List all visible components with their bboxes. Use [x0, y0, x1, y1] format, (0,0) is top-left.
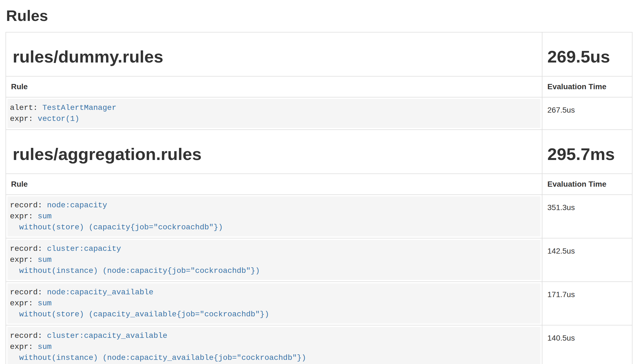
- rule-row: record: node:capacity expr: sum without(…: [6, 195, 632, 238]
- rule-row: record: cluster:capacity_available expr:…: [6, 325, 632, 364]
- rule-cell: record: node:capacity_available expr: su…: [6, 282, 542, 325]
- rule-keyword: expr:: [10, 256, 38, 264]
- group-header-row: rules/dummy.rules269.5us: [6, 32, 632, 76]
- page-title: Rules: [6, 7, 632, 24]
- rule-evaluation-time: 351.3us: [542, 195, 632, 238]
- rule-definition: record: node:capacity_available expr: su…: [7, 283, 540, 324]
- rule-keyword: expr:: [10, 299, 38, 308]
- rule-row: record: cluster:capacity expr: sum witho…: [6, 238, 632, 282]
- rule-definition: record: cluster:capacity_available expr:…: [7, 327, 540, 364]
- rule-keyword: record:: [10, 332, 47, 340]
- rule-cell: record: cluster:capacity_available expr:…: [6, 325, 542, 364]
- rule-cell: alert: TestAlertManager expr: vector(1): [6, 97, 542, 130]
- rule-definition: alert: TestAlertManager expr: vector(1): [7, 99, 540, 128]
- group-name: rules/aggregation.rules: [13, 145, 535, 164]
- group-evaluation-time: 295.7ms: [547, 145, 625, 164]
- rule-link[interactable]: sum without(store) (capacity{job="cockro…: [10, 212, 223, 232]
- rule-row: alert: TestAlertManager expr: vector(1)2…: [6, 97, 632, 130]
- group-name: rules/dummy.rules: [13, 47, 535, 66]
- rule-evaluation-time: 171.7us: [542, 282, 632, 325]
- rule-keyword: expr:: [10, 115, 38, 123]
- rule-keyword: expr:: [10, 343, 38, 351]
- rule-link[interactable]: sum without(store) (capacity_available{j…: [10, 299, 269, 319]
- group-name-cell: rules/aggregation.rules: [6, 130, 542, 174]
- rule-link[interactable]: node:capacity: [47, 201, 107, 210]
- group-header-row: rules/aggregation.rules295.7ms: [6, 130, 632, 174]
- rule-definition: record: cluster:capacity expr: sum witho…: [7, 240, 540, 280]
- evaluation-time-column-header: Evaluation Time: [542, 174, 632, 195]
- rule-keyword: expr:: [10, 212, 38, 221]
- rule-row: record: node:capacity_available expr: su…: [6, 282, 632, 325]
- rule-link[interactable]: cluster:capacity: [47, 245, 121, 253]
- rule-cell: record: cluster:capacity expr: sum witho…: [6, 238, 542, 282]
- rule-evaluation-time: 142.5us: [542, 238, 632, 282]
- rule-column-header: Rule: [6, 76, 542, 97]
- rule-link[interactable]: sum without(instance) (node:capacity{job…: [10, 256, 260, 275]
- rule-keyword: record:: [10, 245, 47, 253]
- rule-link[interactable]: vector(1): [38, 115, 79, 123]
- group-name-cell: rules/dummy.rules: [6, 32, 542, 76]
- rule-definition: record: node:capacity expr: sum without(…: [7, 196, 540, 237]
- evaluation-time-column-header: Evaluation Time: [542, 76, 632, 97]
- rule-keyword: alert:: [10, 104, 42, 112]
- rule-link[interactable]: cluster:capacity_available: [47, 332, 167, 340]
- rule-evaluation-time: 140.5us: [542, 325, 632, 364]
- rule-link[interactable]: TestAlertManager: [42, 104, 117, 112]
- rule-evaluation-time: 267.5us: [542, 97, 632, 130]
- rule-keyword: record:: [10, 288, 47, 297]
- group-evaluation-time-cell: 295.7ms: [542, 130, 632, 174]
- column-header-row: RuleEvaluation Time: [6, 174, 632, 195]
- rule-link[interactable]: node:capacity_available: [47, 288, 153, 297]
- column-header-row: RuleEvaluation Time: [6, 76, 632, 97]
- rule-cell: record: node:capacity expr: sum without(…: [6, 195, 542, 238]
- rules-table: rules/dummy.rules269.5usRuleEvaluation T…: [6, 32, 632, 364]
- page-content: Rules rules/dummy.rules269.5usRuleEvalua…: [6, 7, 632, 364]
- rule-link[interactable]: sum without(instance) (node:capacity_ava…: [10, 343, 306, 362]
- group-evaluation-time: 269.5us: [547, 47, 625, 66]
- rule-column-header: Rule: [6, 174, 542, 195]
- group-evaluation-time-cell: 269.5us: [542, 32, 632, 76]
- rule-keyword: record:: [10, 201, 47, 210]
- rules-table-body: rules/dummy.rules269.5usRuleEvaluation T…: [6, 32, 632, 364]
